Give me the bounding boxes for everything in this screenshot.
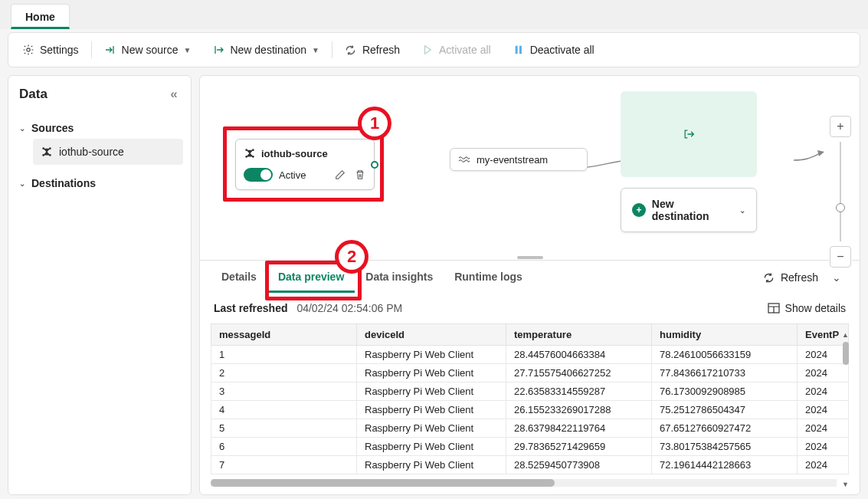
- stream-icon: [458, 153, 470, 166]
- new-source-label: New source: [122, 44, 179, 56]
- play-icon: [421, 44, 434, 56]
- table-cell: 76.1730092908985: [652, 382, 798, 401]
- top-tab-bar: Home: [0, 0, 868, 29]
- col-temperature[interactable]: temperature: [506, 324, 652, 346]
- data-preview-table: messageId deviceId temperature humidity …: [211, 323, 849, 474]
- table-row[interactable]: 5Raspberry Pi Web Client28.6379842211976…: [211, 419, 849, 438]
- zoom-slider[interactable]: [840, 142, 841, 241]
- destination-drop-zone[interactable]: [621, 91, 757, 177]
- table-cell: Raspberry Pi Web Client: [357, 346, 506, 364]
- scrollbar-thumb[interactable]: [211, 479, 555, 487]
- chevron-down-icon: ⌄: [19, 124, 25, 133]
- panel-resize-handle[interactable]: [200, 255, 860, 260]
- show-details-button[interactable]: Show details: [768, 302, 846, 314]
- zoom-thumb[interactable]: [836, 203, 845, 212]
- table-cell: 77.8436617210733: [652, 364, 798, 382]
- panel-refresh-button[interactable]: Refresh: [763, 271, 824, 284]
- zoom-in-button[interactable]: +: [830, 116, 851, 137]
- col-messageid[interactable]: messageId: [211, 324, 357, 346]
- refresh-button[interactable]: Refresh: [334, 33, 411, 67]
- svg-rect-2: [519, 46, 522, 54]
- tree-item-label: iothub-source: [59, 146, 124, 158]
- settings-label: Settings: [40, 44, 79, 56]
- iothub-icon: [41, 146, 53, 158]
- scroll-up-arrow[interactable]: ▲: [842, 331, 849, 339]
- tab-data-insights[interactable]: Data insights: [355, 262, 444, 293]
- annotation-circle-2: 2: [335, 240, 368, 274]
- table-cell: Raspberry Pi Web Client: [357, 419, 506, 438]
- sidebar-title: Data: [19, 87, 47, 102]
- panel-refresh-label: Refresh: [781, 271, 818, 284]
- node-eventstream[interactable]: my-eventstream: [450, 148, 588, 171]
- table-cell: Raspberry Pi Web Client: [357, 456, 506, 474]
- toolbar-separator: [91, 41, 92, 58]
- destinations-label: Destinations: [31, 177, 96, 189]
- activate-all-button[interactable]: Activate all: [411, 33, 502, 67]
- deactivate-all-label: Deactivate all: [530, 44, 594, 56]
- table-row[interactable]: 7Raspberry Pi Web Client28.5259450773908…: [211, 456, 849, 474]
- tab-home[interactable]: Home: [11, 4, 70, 29]
- table-row[interactable]: 3Raspberry Pi Web Client22.6358331455928…: [211, 382, 849, 401]
- table-cell: Raspberry Pi Web Client: [357, 438, 506, 456]
- tab-runtime-logs[interactable]: Runtime logs: [444, 262, 533, 293]
- work-area: + iothub-source Active: [199, 75, 860, 495]
- zoom-control: + −: [829, 116, 852, 268]
- panel-expand-button[interactable]: ⌄: [824, 271, 849, 284]
- new-source-button[interactable]: New source ▼: [93, 33, 202, 67]
- table-cell: 7: [211, 456, 357, 474]
- table-cell: 28.5259450773908: [506, 456, 652, 474]
- table-cell: 28.44576004663384: [506, 346, 652, 364]
- settings-button[interactable]: Settings: [11, 33, 90, 67]
- table-row[interactable]: 1Raspberry Pi Web Client28.4457600466338…: [211, 346, 849, 364]
- new-destination-label: New destination: [230, 44, 306, 56]
- table-row[interactable]: 4Raspberry Pi Web Client26.1552332690172…: [211, 401, 849, 419]
- new-destination-button[interactable]: New destination ▼: [201, 33, 330, 67]
- table-cell: 67.65127660927472: [652, 419, 798, 438]
- tab-details[interactable]: Details: [211, 262, 267, 293]
- deactivate-all-button[interactable]: Deactivate all: [502, 33, 605, 67]
- table-cell: 5: [211, 419, 357, 438]
- pause-icon: [513, 44, 525, 56]
- stream-label: my-eventstream: [477, 154, 548, 166]
- table-cell: Raspberry Pi Web Client: [357, 364, 506, 382]
- data-table-wrapper: messageId deviceId temperature humidity …: [211, 323, 849, 487]
- annotation-circle-1: 1: [358, 107, 391, 140]
- tree-sources[interactable]: ⌄ Sources: [16, 117, 183, 139]
- bottom-panel: Details Data preview Data insights Runti…: [200, 260, 860, 494]
- tree-item-iothub-source[interactable]: iothub-source: [33, 139, 183, 165]
- table-cell: 27.715575406627252: [506, 364, 652, 382]
- col-humidity[interactable]: humidity: [652, 324, 798, 346]
- table-row[interactable]: 2Raspberry Pi Web Client27.7155754066272…: [211, 364, 849, 382]
- tree-destinations[interactable]: ⌄ Destinations: [16, 172, 183, 194]
- table-header-row: messageId deviceId temperature humidity …: [211, 324, 849, 346]
- last-refreshed-label: Last refreshed: [214, 302, 287, 314]
- table-cell: 2: [211, 364, 357, 382]
- arrow-in-icon: [104, 44, 116, 56]
- diagram-canvas[interactable]: + iothub-source Active: [200, 76, 860, 260]
- table-cell: 4: [211, 401, 357, 419]
- annotation-box-1: [223, 126, 384, 202]
- scroll-down-arrow[interactable]: ▼: [842, 481, 849, 487]
- table-row[interactable]: 6Raspberry Pi Web Client29.7836527142965…: [211, 438, 849, 456]
- vertical-scrollbar[interactable]: ▲ ▼: [841, 342, 849, 478]
- main-area: Data « ⌄ Sources iothub-source ⌄ Destina…: [8, 75, 860, 495]
- svg-marker-9: [817, 150, 824, 156]
- table-cell: 26.155233269017288: [506, 401, 652, 419]
- plus-icon: +: [632, 203, 646, 217]
- arrow-out-icon: [212, 44, 224, 56]
- scrollbar-thumb[interactable]: [843, 342, 849, 365]
- table-cell: Raspberry Pi Web Client: [357, 382, 506, 401]
- refresh-icon: [763, 271, 775, 284]
- collapse-icon[interactable]: «: [168, 88, 180, 100]
- table-cell: 28.63798422119764: [506, 419, 652, 438]
- svg-point-0: [27, 48, 30, 51]
- gear-icon: [22, 44, 34, 56]
- horizontal-scrollbar[interactable]: [211, 479, 837, 487]
- new-destination-card[interactable]: + New destination ⌄: [621, 188, 757, 232]
- chevron-down-icon: ⌄: [19, 179, 25, 188]
- col-deviceid[interactable]: deviceId: [357, 324, 506, 346]
- toolbar: Settings New source ▼ New destination ▼ …: [8, 32, 860, 67]
- new-destination-label: New destination: [652, 198, 733, 222]
- table-cell: 75.2512786504347: [652, 401, 798, 419]
- svg-rect-1: [515, 46, 517, 54]
